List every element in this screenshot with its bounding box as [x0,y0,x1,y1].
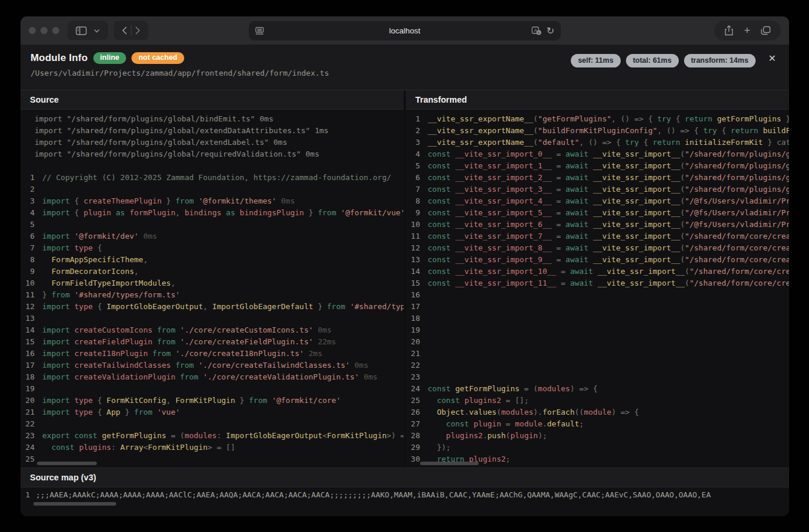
page-title: Module Info [31,52,88,64]
line-number: 9 [24,266,42,277]
code-line: 5 [24,219,404,231]
code-line: 4import { plugin as formPlugin, bindings… [24,207,404,219]
line-number: 13 [24,313,42,324]
tab-overview-button[interactable] [757,21,775,40]
line-number: 19 [24,383,42,395]
not-cached-badge: not cached [131,52,184,64]
line-number: 26 [409,406,428,418]
code-line: 25 const plugins2 = []; [409,395,789,406]
line-number: 15 [24,336,42,348]
browser-toolbar: localhost A x ↻ [21,16,789,45]
code-line: 9const __vite_ssr_import_5__ = await __v… [409,207,789,219]
code-line: 11const __vite_ssr_import_7__ = await __… [409,231,789,242]
reader-view-icon[interactable] [255,27,264,35]
line-number: 12 [24,301,42,313]
chevron-right-icon [135,26,140,35]
back-button[interactable] [119,21,131,40]
code-line: 7import type { [24,242,404,254]
line-number: 23 [409,371,428,383]
sidebar-icon [76,26,87,35]
source-panel: Source import "/shared/form/plugins/glob… [21,90,404,467]
line-number: 4 [24,207,42,219]
nav-group [114,21,148,40]
code-line: 17import createTailwindClasses from './c… [24,360,404,371]
sidebar-group [67,21,108,40]
svg-text:x: x [537,31,540,35]
line-number: 1 [24,489,36,501]
transformed-code[interactable]: 1__vite_ssr_exportName__("getFormPlugins… [406,110,789,467]
line-number: 10 [409,219,428,231]
code-line: 26 Object.values(modules).forEach((modul… [409,406,789,418]
code-line: 11} from '#shared/types/form.ts' [24,289,404,301]
code-line: 6import '@formkit/dev' 0ms [24,231,404,242]
forward-button[interactable] [131,21,144,40]
line-number: 18 [24,371,42,383]
line-number: 10 [24,277,42,289]
share-icon [725,25,733,36]
line-number: 7 [24,242,42,254]
total-time-badge: total: 61ms [626,54,679,67]
source-code[interactable]: import "/shared/form/plugins/global/bind… [21,110,404,467]
line-number: 1 [409,113,428,125]
tab-overview-icon [761,26,771,35]
code-line: 8 FormAppSpecificTheme, [24,254,404,266]
code-line: 15const __vite_ssr_import_11__ = await _… [409,277,789,289]
zoom-window-button[interactable] [52,27,59,34]
window-controls [29,27,59,34]
code-line: 8const __vite_ssr_import_4__ = await __v… [409,195,789,207]
line-number: 16 [24,348,42,360]
code-line: 22 [24,418,404,430]
code-line: 7const __vite_ssr_import_3__ = await __v… [409,184,789,195]
share-button[interactable] [720,21,737,40]
code-line: 14const __vite_ssr_import_10__ = await _… [409,266,789,277]
line-number: 14 [409,266,428,277]
translate-icon[interactable]: A x [532,26,541,35]
line-number: 28 [409,430,428,442]
code-line: 12const __vite_ssr_import_8__ = await __… [409,242,789,254]
reload-icon[interactable]: ↻ [547,25,554,36]
code-line: 20import type { FormKitConfig, FormKitPl… [24,395,404,406]
new-tab-button[interactable]: + [740,21,754,40]
sidebar-toggle-button[interactable] [72,21,90,40]
line-number: 12 [409,242,428,254]
line-number: 22 [24,418,42,430]
code-line: import "/shared/form/plugins/global/exte… [24,125,404,137]
code-line [24,160,404,172]
minimize-window-button[interactable] [40,27,48,34]
code-line: 15import createFieldPlugin from './core/… [24,336,404,348]
toolbar-actions: + [715,21,781,40]
line-number: 15 [409,277,428,289]
close-window-button[interactable] [29,27,36,34]
code-line: 1;;;AAEA;AAAkC;AAAA;AAAA;AAAA;AAClC;AAEA… [24,489,789,501]
line-number: 22 [409,360,428,371]
line-number: 19 [409,324,428,336]
code-line: 19 [24,383,404,395]
code-line: 2__vite_ssr_exportName__("buildFormKitPl… [409,125,789,137]
chevron-down-icon [94,29,100,33]
code-line: 3__vite_ssr_exportName__("default", () =… [409,137,789,148]
code-line: 10 FormFieldTypeImportModules, [24,277,404,289]
line-number: 27 [409,418,428,430]
sourcemap-code[interactable]: 1;;;AAEA;AAAkC;AAAA;AAAA;AAAA;AAClC;AAEA… [21,487,789,516]
code-line: 27 const plugin = module.default; [409,418,789,430]
module-info-page: Module Info inline not cached /Users/vla… [21,45,789,516]
module-file-path: /Users/vladimir/Projects/zammad/app/fron… [31,69,329,77]
line-number: 6 [409,172,428,184]
code-line: 13const __vite_ssr_import_9__ = await __… [409,254,789,266]
line-number: 4 [409,148,428,160]
line-number [24,160,42,172]
line-number: 8 [409,195,428,207]
close-button[interactable]: ✕ [769,53,776,64]
inline-badge: inline [93,52,127,64]
line-number: 29 [409,442,428,453]
address-bar[interactable]: localhost A x ↻ [249,21,561,40]
sourcemap-horizontal-scrollbar[interactable] [33,502,116,506]
code-line: 1__vite_ssr_exportName__("getFormPlugins… [409,113,789,125]
sidebar-menu-button[interactable] [90,21,103,40]
line-number: 3 [24,195,42,207]
code-line: 18import createValidationPlugin from './… [24,371,404,383]
code-line: 28 plugins2.push(plugin); [409,430,789,442]
transformed-horizontal-scrollbar[interactable] [420,462,479,465]
source-horizontal-scrollbar[interactable] [37,462,97,465]
sourcemap-title: Source map (v3) [21,468,789,487]
